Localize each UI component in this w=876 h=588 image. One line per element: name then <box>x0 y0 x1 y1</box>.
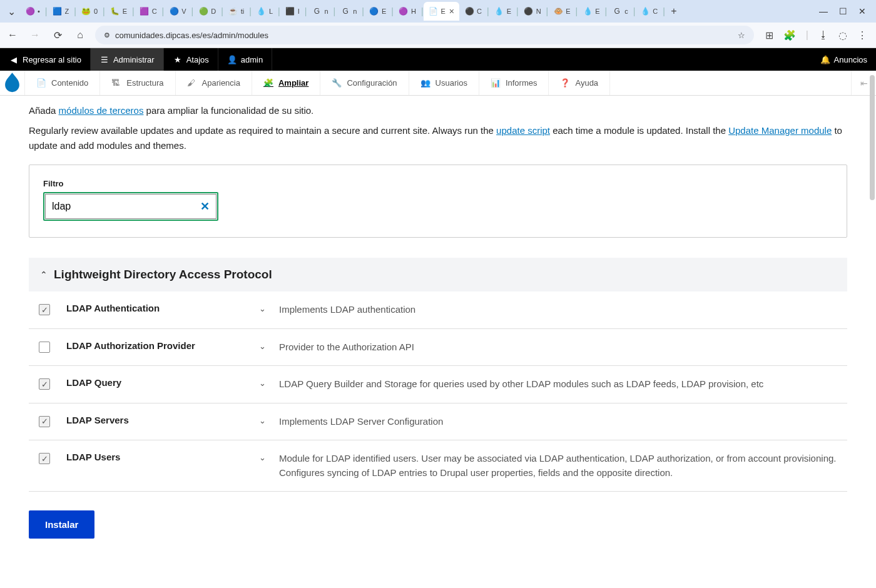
nav-home-icon[interactable]: ⌂ <box>73 28 88 43</box>
tab-favicon: G <box>612 6 622 16</box>
bookmark-star-icon[interactable]: ☆ <box>738 31 745 40</box>
browser-tab[interactable]: 🔵E <box>364 2 391 21</box>
tab-favicon: ☕ <box>228 6 238 16</box>
module-description: Implements LDAP authentication <box>279 303 837 317</box>
browser-menu-icon[interactable]: ⋮ <box>857 29 867 41</box>
update-manager-link[interactable]: Update Manager module <box>728 125 832 136</box>
admin-menu-configuración[interactable]: 🔧Configuración <box>320 71 409 95</box>
admin-menu-usuarios[interactable]: 👥Usuarios <box>409 71 479 95</box>
extensions-puzzle-icon[interactable]: 🧩 <box>783 29 796 41</box>
browser-tab[interactable]: ⚫N <box>519 2 546 21</box>
tab-close-icon[interactable]: × <box>449 6 454 16</box>
admin-menu-apariencia[interactable]: 🖌Apariencia <box>176 71 252 95</box>
browser-tab[interactable]: 🟦Z <box>48 2 74 21</box>
manage-button[interactable]: ☰ Administrar <box>91 48 164 71</box>
window-close-icon[interactable]: ✕ <box>858 6 866 16</box>
tab-favicon: G <box>340 6 350 16</box>
browser-tab[interactable]: Gc <box>607 2 633 21</box>
browser-tab[interactable]: ⚫C <box>459 2 487 21</box>
tree-icon: 🏗 <box>111 78 121 88</box>
admin-menu: 📄Contenido🏗Estructura🖌Apariencia🧩Ampliar… <box>0 71 876 96</box>
admin-menu-label: Contenido <box>51 78 88 88</box>
browser-chrome: ⌄ 🟣•|🟦Z|🐸0|🐛E|🟪C|🔵V|🟢D|☕ti|💧L|⬛I|Gn|Gn|🔵… <box>0 0 876 48</box>
browser-tab[interactable]: Gn <box>335 2 362 21</box>
profile-icon[interactable]: ◌ <box>838 29 847 41</box>
module-name: LDAP Users <box>58 452 252 462</box>
browser-tab[interactable]: 🟣• <box>20 2 45 21</box>
chevron-down-icon[interactable]: ⌄ <box>259 304 272 313</box>
brush-icon: 🖌 <box>187 78 197 88</box>
tab-label: n <box>324 8 328 15</box>
tab-dropdown-icon[interactable]: ⌄ <box>4 4 19 19</box>
bell-icon: 🔔 <box>820 54 830 64</box>
browser-tab[interactable]: 💧E <box>489 2 516 21</box>
star-icon: ★ <box>173 54 183 64</box>
url-input[interactable]: ⚙ comunidades.dipcas.es/es/admin/modules… <box>95 26 754 44</box>
tab-favicon: ⬛ <box>285 6 295 16</box>
url-text: comunidades.dipcas.es/es/admin/modules <box>115 31 268 40</box>
module-checkbox[interactable] <box>39 378 50 390</box>
tab-favicon: 🔵 <box>169 6 179 16</box>
chevron-down-icon[interactable]: ⌄ <box>259 416 272 425</box>
nav-forward-icon: → <box>28 28 43 43</box>
group-title: Lightweight Directory Access Protocol <box>54 268 272 281</box>
browser-tab[interactable]: 💧L <box>252 2 278 21</box>
module-checkbox[interactable] <box>39 453 50 464</box>
browser-tab[interactable]: 📄E× <box>424 2 460 21</box>
browser-tab[interactable]: ⬛I <box>280 2 305 21</box>
nav-reload-icon[interactable]: ⟳ <box>50 28 65 43</box>
browser-tab[interactable]: 🐵E <box>548 2 575 21</box>
browser-tab[interactable]: 🟢D <box>193 2 221 21</box>
browser-tab[interactable]: ☕ti <box>223 2 250 21</box>
admin-menu-ayuda[interactable]: ❓Ayuda <box>549 71 610 95</box>
tab-favicon: 🟣 <box>399 6 409 16</box>
chevron-down-icon[interactable]: ⌄ <box>259 342 272 351</box>
admin-menu-ampliar[interactable]: 🧩Ampliar <box>252 71 320 95</box>
module-checkbox[interactable] <box>39 416 50 427</box>
browser-tab[interactable]: 🐸0 <box>76 2 103 21</box>
module-description: Implements LDAP Server Configuration <box>279 415 837 429</box>
browser-tab[interactable]: 🔵V <box>164 2 191 21</box>
announcements-button[interactable]: 🔔 Anuncios <box>812 48 876 71</box>
browser-tab[interactable]: 🟪C <box>135 2 162 21</box>
admin-menu-informes[interactable]: 📊Informes <box>479 71 549 95</box>
browser-tab[interactable]: 🐛E <box>105 2 132 21</box>
downloads-icon[interactable]: ⭳ <box>818 29 828 41</box>
group-header[interactable]: ⌃ Lightweight Directory Access Protocol <box>29 258 847 291</box>
module-name: LDAP Authentication <box>58 303 252 313</box>
browser-tab[interactable]: 💧C <box>635 2 663 21</box>
user-button[interactable]: 👤 admin <box>218 48 272 71</box>
clear-filter-icon[interactable]: ✕ <box>200 200 210 213</box>
chevron-down-icon[interactable]: ⌄ <box>259 378 272 388</box>
module-checkbox[interactable] <box>39 304 50 315</box>
separator: | <box>806 29 808 41</box>
window-maximize-icon[interactable]: ☐ <box>839 6 847 16</box>
nav-back-icon[interactable]: ← <box>5 28 20 43</box>
user-icon: 👤 <box>227 54 237 64</box>
new-tab-button[interactable]: + <box>666 4 681 19</box>
admin-menu-label: Estructura <box>126 78 163 88</box>
admin-menu-estructura[interactable]: 🏗Estructura <box>100 71 175 95</box>
window-minimize-icon[interactable]: — <box>819 6 828 16</box>
users-icon: 👥 <box>420 78 430 88</box>
tab-favicon: 📄 <box>429 6 439 16</box>
browser-tab[interactable]: 🟣H <box>394 2 421 21</box>
back-to-site-button[interactable]: ◀ Regresar al sitio <box>0 48 91 71</box>
update-script-link[interactable]: update script <box>496 125 550 136</box>
filter-input[interactable] <box>52 201 200 212</box>
extension-icon[interactable]: ⊞ <box>765 29 773 41</box>
install-button[interactable]: Instalar <box>29 510 94 539</box>
browser-tab[interactable]: 💧E <box>578 2 604 21</box>
third-party-modules-link[interactable]: módulos de terceros <box>59 105 144 116</box>
puzzle-icon: 🧩 <box>263 78 273 88</box>
admin-menu-contenido[interactable]: 📄Contenido <box>25 71 100 95</box>
tab-favicon: 💧 <box>257 6 267 16</box>
drupal-logo-icon[interactable] <box>0 71 25 95</box>
module-checkbox[interactable] <box>39 342 50 353</box>
chevron-down-icon[interactable]: ⌄ <box>259 453 272 462</box>
shortcuts-button[interactable]: ★ Atajos <box>164 48 218 71</box>
scrollbar[interactable] <box>870 75 875 200</box>
site-info-icon[interactable]: ⚙ <box>104 31 110 39</box>
browser-tab[interactable]: Gn <box>307 2 333 21</box>
address-bar: ← → ⟳ ⌂ ⚙ comunidades.dipcas.es/es/admin… <box>0 23 876 48</box>
